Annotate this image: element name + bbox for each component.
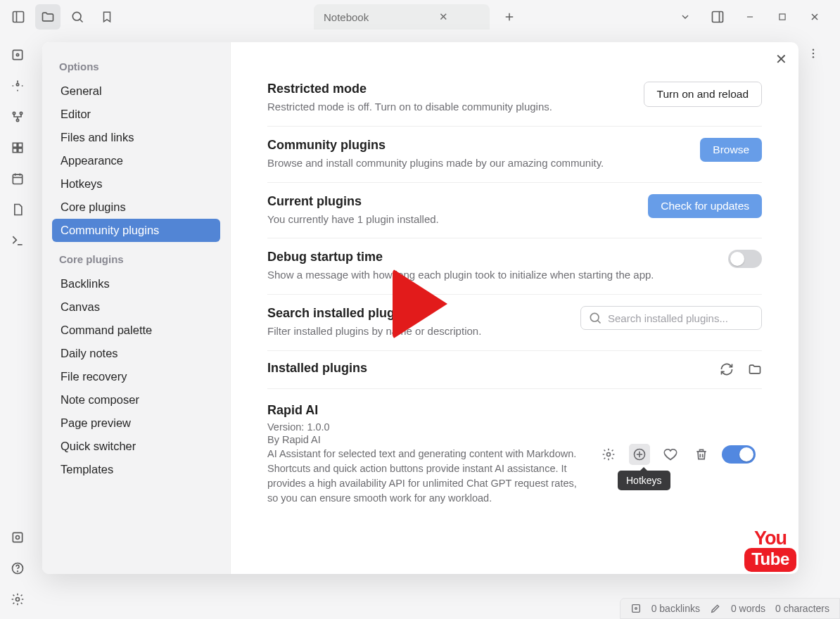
sidebar-item-appearance[interactable]: Appearance — [52, 149, 220, 172]
svg-line-3 — [80, 20, 83, 23]
folder-icon[interactable] — [748, 362, 762, 376]
sidebar-item-templates[interactable]: Templates — [52, 458, 220, 481]
canvas-icon[interactable] — [5, 135, 30, 160]
debug-startup-desc: Show a message with how long each plugin… — [267, 267, 728, 283]
status-bar: 0 backlinks 0 words 0 characters — [620, 598, 840, 619]
sidebar-item-page-preview[interactable]: Page preview — [52, 411, 220, 435]
svg-point-13 — [16, 53, 18, 56]
svg-point-39 — [635, 608, 637, 610]
svg-line-33 — [598, 321, 601, 324]
sidebar-item-canvas[interactable]: Canvas — [52, 295, 220, 319]
new-tab-icon[interactable] — [497, 4, 522, 30]
svg-point-42 — [813, 56, 814, 58]
sidebar-left-icon[interactable] — [6, 4, 31, 30]
plugin-donate-icon[interactable] — [660, 444, 681, 465]
daily-note-icon[interactable] — [5, 166, 30, 191]
browse-button[interactable]: Browse — [700, 138, 762, 162]
tab-label: Notebook — [324, 11, 369, 23]
sidebar-item-hotkeys[interactable]: Hotkeys — [52, 172, 220, 196]
refresh-icon[interactable] — [720, 362, 734, 376]
plugin-hotkeys-icon[interactable] — [629, 444, 650, 465]
page-icon[interactable] — [5, 197, 30, 222]
svg-rect-9 — [779, 14, 785, 20]
help-icon[interactable] — [5, 556, 30, 581]
plugin-settings-icon[interactable] — [598, 444, 619, 465]
svg-rect-19 — [18, 143, 23, 147]
svg-rect-6 — [713, 12, 723, 23]
sidebar-item-backlinks[interactable]: Backlinks — [52, 272, 220, 295]
tab-notebook[interactable]: Notebook ✕ — [314, 4, 490, 30]
svg-rect-18 — [13, 143, 17, 147]
sidebar-item-note-composer[interactable]: Note composer — [52, 388, 220, 411]
settings-sidebar: Options GeneralEditorFiles and linksAppe… — [42, 42, 231, 574]
sidebar-item-editor[interactable]: Editor — [52, 103, 220, 126]
plugin-enable-toggle[interactable] — [722, 445, 756, 464]
sidebar-item-quick-switcher[interactable]: Quick switcher — [52, 435, 220, 458]
sidebar-item-command-palette[interactable]: Command palette — [52, 319, 220, 342]
sidebar-item-file-recovery[interactable]: File recovery — [52, 365, 220, 388]
backlinks-status-icon — [630, 603, 642, 614]
debug-startup-toggle[interactable] — [728, 250, 762, 268]
sidebar-item-daily-notes[interactable]: Daily notes — [52, 342, 220, 365]
svg-rect-0 — [13, 12, 24, 23]
git-icon[interactable] — [5, 104, 30, 129]
search-plugins-box[interactable] — [580, 306, 762, 330]
turn-on-reload-button[interactable]: Turn on and reload — [644, 82, 762, 107]
plugin-version: Version: 1.0.0 — [267, 421, 577, 433]
svg-rect-27 — [13, 532, 22, 542]
graph-icon[interactable] — [5, 73, 30, 98]
restricted-mode-title: Restricted mode — [267, 82, 644, 96]
window-close-icon[interactable] — [802, 4, 827, 30]
plugin-name: Rapid AI — [267, 403, 577, 418]
svg-point-17 — [16, 119, 18, 121]
plugin-author: By Rapid AI — [267, 434, 577, 445]
sidebar-item-community-plugins[interactable]: Community plugins — [52, 219, 220, 242]
plugin-item: Rapid AI Version: 1.0.0 By Rapid AI AI A… — [267, 389, 762, 506]
sidebar-item-core-plugins[interactable]: Core plugins — [52, 196, 220, 219]
check-updates-button[interactable]: Check for updates — [648, 194, 762, 218]
community-plugins-desc: Browse and install community plugins mad… — [267, 155, 700, 171]
svg-rect-38 — [632, 605, 639, 613]
search-plugins-desc: Filter installed plugins by name or desc… — [267, 324, 580, 339]
pencil-icon — [710, 603, 721, 614]
search-icon[interactable] — [65, 4, 90, 30]
installed-plugins-header: Installed plugins — [267, 361, 367, 376]
svg-rect-12 — [13, 50, 22, 59]
settings-modal: ✕ Options GeneralEditorFiles and linksAp… — [42, 42, 798, 574]
sidebar-right-icon[interactable] — [705, 4, 730, 30]
search-plugins-input[interactable] — [608, 312, 754, 324]
quick-switcher-icon[interactable] — [5, 42, 30, 68]
svg-rect-20 — [13, 148, 17, 153]
tab-close-icon[interactable]: ✕ — [439, 11, 448, 23]
svg-point-28 — [16, 536, 20, 540]
options-header: Options — [52, 56, 220, 79]
chevron-down-icon[interactable] — [673, 4, 698, 30]
sidebar-item-general[interactable]: General — [52, 79, 220, 103]
search-plugins-title: Search installed plugins — [267, 306, 580, 321]
more-menu-icon[interactable] — [801, 41, 826, 66]
close-icon[interactable]: ✕ — [775, 51, 787, 68]
char-count: 0 characters — [775, 603, 829, 614]
plugin-description: AI Assistant for selected text and gener… — [267, 447, 577, 506]
svg-point-31 — [16, 598, 20, 601]
svg-point-14 — [16, 84, 18, 86]
sidebar-item-files-and-links[interactable]: Files and links — [52, 126, 220, 149]
svg-point-16 — [20, 112, 22, 114]
vault-icon[interactable] — [5, 525, 30, 550]
svg-point-30 — [18, 571, 18, 572]
search-icon — [588, 311, 602, 325]
settings-icon[interactable] — [5, 587, 30, 612]
svg-point-32 — [590, 313, 599, 321]
window-minimize-icon[interactable] — [737, 4, 763, 30]
files-icon[interactable] — [35, 4, 61, 30]
core-plugins-header: Core plugins — [52, 242, 220, 272]
window-maximize-icon[interactable] — [770, 4, 795, 30]
word-count: 0 words — [731, 603, 765, 614]
svg-point-15 — [13, 112, 15, 114]
bookmark-icon[interactable] — [94, 4, 120, 30]
command-icon[interactable] — [5, 228, 30, 253]
plugin-uninstall-icon[interactable] — [691, 444, 712, 465]
restricted-mode-desc: Restricted mode is off. Turn on to disab… — [267, 99, 644, 115]
current-plugins-desc: You currently have 1 plugin installed. — [267, 212, 648, 227]
svg-point-41 — [813, 53, 814, 54]
